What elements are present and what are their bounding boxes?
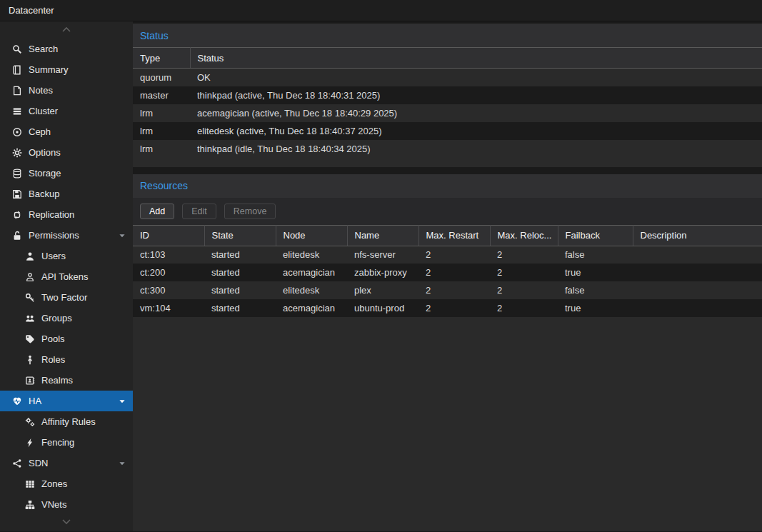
table-cell	[633, 246, 762, 264]
sidebar-scroll-down[interactable]	[0, 514, 133, 531]
table-cell: lrm	[133, 140, 190, 158]
sidebar-item-users[interactable]: Users	[0, 246, 133, 266]
column-header-state[interactable]: State	[204, 225, 276, 246]
user-outline-icon	[24, 271, 36, 283]
table-cell: elitedesk (active, Thu Dec 18 18:40:37 2…	[190, 122, 762, 140]
table-cell: lrm	[133, 122, 190, 140]
add-button[interactable]: Add	[140, 204, 174, 219]
table-row[interactable]: masterthinkpad (active, Thu Dec 18 18:40…	[133, 86, 762, 104]
sidebar-item-label: Pools	[41, 333, 65, 344]
table-cell: thinkpad (idle, Thu Dec 18 18:40:34 2025…	[190, 140, 762, 158]
table-row[interactable]: lrmelitedesk (active, Thu Dec 18 18:40:3…	[133, 122, 762, 140]
column-header-failback[interactable]: Failback	[558, 225, 633, 246]
status-panel-title: Status	[140, 30, 169, 41]
column-header-name[interactable]: Name	[347, 225, 418, 246]
resources-panel-title: Resources	[140, 180, 188, 191]
sidebar-item-ha[interactable]: HA	[0, 391, 133, 411]
caret-down-icon[interactable]	[118, 231, 126, 240]
sidebar-item-realms[interactable]: Realms	[0, 370, 133, 391]
table-row[interactable]: lrmacemagician (active, Thu Dec 18 18:40…	[133, 104, 762, 122]
remove-button[interactable]: Remove	[224, 204, 276, 219]
sidebar-item-notes[interactable]: Notes	[0, 80, 133, 101]
table-cell: 2	[490, 299, 558, 317]
table-cell: 2	[418, 299, 490, 317]
column-header-max-restart[interactable]: Max. Restart	[418, 225, 490, 246]
column-header-status[interactable]: Status	[190, 48, 762, 69]
sitemap-icon	[24, 499, 36, 511]
sidebar-item-label: Replication	[29, 209, 74, 220]
table-cell	[633, 281, 762, 299]
table-cell: 2	[418, 246, 490, 264]
sidebar-item-label: Two Factor	[41, 292, 87, 303]
sidebar-item-replication[interactable]: Replication	[0, 204, 133, 225]
sidebar-item-api-tokens[interactable]: API Tokens	[0, 266, 133, 287]
table-row[interactable]: ct:300startedelitedeskplex22false	[133, 281, 762, 299]
table-cell: quorum	[133, 69, 190, 86]
sidebar-item-label: Options	[29, 147, 61, 158]
table-cell: vm:104	[133, 299, 204, 317]
edit-button[interactable]: Edit	[182, 204, 216, 219]
caret-down-icon[interactable]	[118, 459, 126, 468]
table-cell: thinkpad (active, Thu Dec 18 18:40:31 20…	[190, 86, 762, 104]
table-row[interactable]: ct:103startedelitedesknfs-server22false	[133, 246, 762, 264]
caret-down-icon[interactable]	[118, 397, 126, 406]
sidebar-item-cluster[interactable]: Cluster	[0, 101, 133, 121]
table-row[interactable]: vm:104startedacemagicianubuntu-prod22tru…	[133, 299, 762, 317]
chevron-down-icon	[61, 516, 72, 529]
sidebar-item-summary[interactable]: Summary	[0, 59, 133, 80]
bolt-icon	[24, 437, 36, 448]
sidebar-item-two-factor[interactable]: Two Factor	[0, 287, 133, 308]
sidebar-item-groups[interactable]: Groups	[0, 308, 133, 328]
table-row[interactable]: lrmthinkpad (idle, Thu Dec 18 18:40:34 2…	[133, 140, 762, 158]
grid-icon	[24, 478, 36, 490]
table-cell: master	[133, 86, 190, 104]
search-icon	[11, 44, 23, 55]
sidebar-item-fencing[interactable]: Fencing	[0, 432, 133, 453]
sidebar-item-vnets[interactable]: VNets	[0, 494, 133, 514]
status-panel-footer	[133, 158, 762, 167]
page-title: Datacenter	[9, 5, 54, 16]
table-cell: elitedesk	[276, 281, 347, 299]
sidebar-item-label: Affinity Rules	[41, 416, 96, 427]
unlock-icon	[11, 230, 23, 241]
sidebar-item-zones[interactable]: Zones	[0, 473, 133, 494]
note-icon	[11, 85, 23, 96]
cluster-icon	[11, 106, 23, 117]
sidebar-item-label: Ceph	[29, 126, 51, 137]
sidebar-item-storage[interactable]: Storage	[0, 163, 133, 184]
table-cell	[633, 264, 762, 281]
table-cell: started	[204, 264, 276, 281]
column-header-type[interactable]: Type	[133, 48, 190, 69]
person-icon	[24, 354, 36, 366]
column-header-node[interactable]: Node	[276, 225, 347, 246]
sidebar-item-options[interactable]: Options	[0, 142, 133, 163]
sidebar-item-backup[interactable]: Backup	[0, 184, 133, 204]
resources-toolbar: AddEditRemove	[133, 198, 762, 225]
table-cell: plex	[347, 281, 418, 299]
table-row[interactable]: quorumOK	[133, 69, 762, 86]
column-header-id[interactable]: ID	[133, 225, 204, 246]
sidebar-item-search[interactable]: Search	[0, 39, 133, 59]
sidebar-item-pools[interactable]: Pools	[0, 328, 133, 349]
table-cell: OK	[190, 69, 762, 86]
table-cell: acemagician	[276, 299, 347, 317]
gears-icon	[24, 416, 36, 428]
sidebar-item-sdn[interactable]: SDN	[0, 453, 133, 473]
table-row[interactable]: ct:200startedacemagicianzabbix-proxy22tr…	[133, 264, 762, 281]
sidebar-item-affinity-rules[interactable]: Affinity Rules	[0, 411, 133, 432]
share-nodes-icon	[11, 458, 23, 469]
sidebar-item-roles[interactable]: Roles	[0, 349, 133, 370]
sidebar-item-label: SDN	[29, 458, 48, 468]
table-cell: false	[558, 246, 633, 264]
sidebar-item-ceph[interactable]: Ceph	[0, 121, 133, 142]
sidebar-item-permissions[interactable]: Permissions	[0, 225, 133, 246]
column-header-max-reloc[interactable]: Max. Reloc...	[490, 225, 558, 246]
sidebar-item-label: Cluster	[29, 106, 58, 116]
table-cell: 2	[490, 246, 558, 264]
table-cell: lrm	[133, 104, 190, 122]
address-book-icon	[24, 375, 36, 386]
column-header-description[interactable]: Description	[633, 225, 762, 246]
sidebar-item-label: Notes	[29, 85, 53, 96]
replication-arrows-icon	[11, 209, 23, 221]
sidebar-scroll-up[interactable]	[0, 21, 133, 39]
